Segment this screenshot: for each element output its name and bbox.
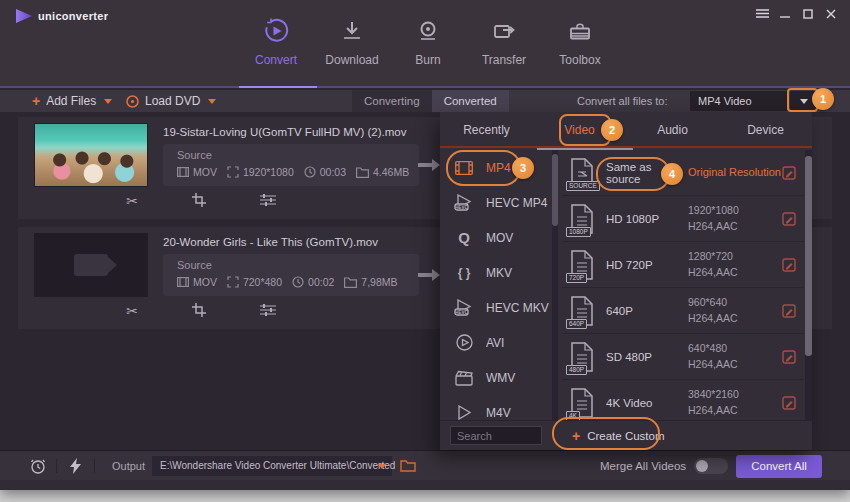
format-item-hevc-mp4[interactable]: HEVC HEVC MP4	[440, 185, 552, 220]
load-dvd-label: Load DVD	[145, 94, 200, 108]
preset-hd-720p[interactable]: 720P HD 720P 1280*720H264,AAC	[562, 242, 804, 288]
edit-preset-icon[interactable]	[782, 258, 796, 272]
preset-badge: 720P	[566, 273, 587, 283]
format-item-avi[interactable]: AVI	[440, 325, 552, 360]
edit-preset-icon[interactable]	[782, 304, 796, 318]
size-meta: 4.46MB	[356, 166, 409, 178]
mp4-film-icon	[454, 158, 474, 178]
format-item-mov[interactable]: Q MOV	[440, 220, 552, 255]
source-label: Source	[177, 259, 212, 271]
convert-direction-arrow-icon	[418, 269, 440, 281]
preset-list-scrollbar[interactable]	[805, 150, 812, 420]
resolution-icon	[227, 166, 239, 178]
preset-detail: 640*480H264,AAC	[688, 341, 784, 373]
format-item-mp4[interactable]: MP4	[440, 150, 552, 185]
edit-preset-icon[interactable]	[782, 166, 796, 180]
preset-detail: 3840*2160H264,AAC	[688, 387, 784, 419]
output-format-select[interactable]: MP4 Video	[690, 91, 788, 111]
annotation-step-1: 1	[812, 88, 834, 110]
format-item-mkv[interactable]: { } MKV	[440, 255, 552, 290]
edit-preset-icon[interactable]	[782, 396, 796, 410]
transfer-icon	[466, 13, 542, 49]
preset-640p[interactable]: 640P 640P 960*640H264,AAC	[562, 288, 804, 334]
add-files-button[interactable]: + Add Files	[32, 90, 112, 112]
tab-burn[interactable]: Burn	[390, 13, 466, 67]
main-nav: Convert Download Burn	[238, 13, 618, 67]
tab-audio[interactable]: Audio	[626, 112, 719, 146]
schedule-timer-icon[interactable]	[30, 458, 46, 474]
format-label: HEVC MKV	[486, 301, 549, 315]
duration-meta: 00:03	[304, 166, 346, 178]
video-thumbnail[interactable]	[34, 123, 148, 187]
tab-label: Transfer	[466, 49, 542, 67]
trim-scissors-icon[interactable]: ✂	[124, 193, 140, 209]
create-custom-button[interactable]: + Create Custom	[572, 429, 665, 443]
source-label: Source	[177, 149, 212, 161]
preset-detail: 1920*1080H264,AAC	[688, 203, 784, 235]
format-item-hevc-mkv[interactable]: HEVC HEVC MKV	[440, 290, 552, 325]
caret-down-icon[interactable]	[104, 99, 112, 104]
search-input[interactable]	[450, 426, 542, 445]
clock-icon	[304, 166, 316, 178]
convert-all-button[interactable]: Convert All	[736, 455, 822, 478]
high-speed-icon[interactable]	[70, 458, 82, 474]
open-output-folder-icon[interactable]	[400, 459, 416, 472]
video-thumbnail[interactable]	[34, 233, 148, 297]
format-label: AVI	[486, 336, 504, 350]
tab-toolbox[interactable]: Toolbox	[542, 13, 618, 67]
tab-convert[interactable]: Convert	[238, 13, 314, 67]
tab-label: Burn	[390, 49, 466, 67]
format-meta: MOV	[177, 276, 217, 288]
output-path-select[interactable]: E:\Wondershare Video Converter Ultimate\…	[152, 456, 392, 476]
menu-icon[interactable]	[755, 7, 769, 20]
tab-device[interactable]: Device	[719, 112, 812, 146]
merge-toggle[interactable]	[694, 458, 728, 474]
close-button[interactable]	[824, 7, 838, 20]
preset-4k-video[interactable]: 4K 4K Video 3840*2160H264,AAC	[562, 380, 804, 420]
tab-converted[interactable]: Converted	[432, 90, 509, 112]
load-dvd-button[interactable]: Load DVD	[126, 90, 216, 112]
trim-scissors-icon[interactable]: ✂	[124, 303, 140, 319]
crop-icon[interactable]	[192, 193, 208, 209]
download-icon	[314, 13, 390, 49]
format-item-m4v[interactable]: M4V	[440, 395, 552, 420]
effects-sliders-icon[interactable]	[260, 303, 276, 319]
tab-label: Convert	[238, 49, 314, 67]
edit-preset-icon[interactable]	[782, 350, 796, 364]
tab-label: Toolbox	[542, 49, 618, 67]
panel-active-tab-indicator	[537, 148, 633, 150]
tab-transfer[interactable]: Transfer	[466, 13, 542, 67]
tab-converting[interactable]: Converting	[352, 90, 432, 112]
resolution-icon	[227, 276, 239, 288]
source-info-box: Source MOV 1920*1080 00:03	[163, 144, 419, 186]
caret-down-icon	[800, 99, 808, 104]
preset-badge: 480P	[566, 365, 587, 375]
effects-sliders-icon[interactable]	[260, 193, 276, 209]
app-window: uniconverter	[0, 0, 850, 490]
convert-icon	[238, 13, 314, 49]
folder-icon	[344, 277, 357, 288]
crop-icon[interactable]	[192, 303, 208, 319]
preset-badge: 4K	[566, 411, 580, 421]
maximize-button[interactable]	[801, 7, 815, 20]
format-label: WMV	[486, 371, 515, 385]
hevc-play-icon: HEVC	[454, 298, 474, 318]
preset-same-as-source[interactable]: SOURCE Same as source Original Resolutio…	[562, 150, 804, 196]
tab-download[interactable]: Download	[314, 13, 390, 67]
film-icon	[177, 167, 189, 177]
caret-down-icon[interactable]	[208, 99, 216, 104]
app-title: uniconverter	[38, 10, 108, 22]
format-item-wmv[interactable]: WMV	[440, 360, 552, 395]
minimize-button[interactable]	[778, 7, 792, 20]
file-name: 20-Wonder Girls - Like This (GomTV).mov	[163, 236, 378, 248]
edit-preset-icon[interactable]	[782, 212, 796, 226]
merge-all-videos-label: Merge All Videos	[600, 451, 686, 481]
tab-recently[interactable]: Recently	[440, 112, 533, 146]
preset-hd-1080p[interactable]: 1080P HD 1080P 1920*1080H264,AAC	[562, 196, 804, 242]
convert-all-files-label: Convert all files to:	[577, 90, 667, 112]
format-list-scrollbar[interactable]	[552, 150, 558, 420]
output-path: E:\Wondershare Video Converter Ultimate\…	[160, 460, 395, 471]
mkv-braces-icon: { }	[454, 263, 474, 283]
preset-sd-480p[interactable]: 480P SD 480P 640*480H264,AAC	[562, 334, 804, 380]
m4v-play-icon	[454, 403, 474, 421]
